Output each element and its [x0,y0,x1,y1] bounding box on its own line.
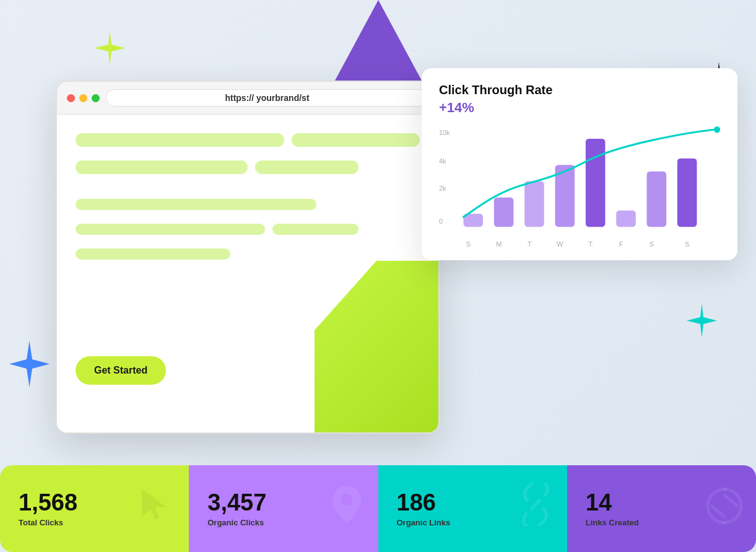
dot-green [92,94,100,102]
deco-star-blue [6,341,53,390]
chart-svg: 10k 4k 2k 0 [439,126,720,250]
loop-icon [703,483,746,535]
svg-text:T: T [588,240,593,247]
stat-number-organic: 3,457 [207,491,266,514]
content-line [292,133,420,147]
browser-dots [67,94,100,102]
content-line [76,224,265,235]
content-row-3 [76,199,420,216]
stat-number-links: 186 [397,491,436,514]
deco-star-teal [685,304,719,340]
svg-rect-8 [586,139,606,227]
content-row-5 [76,248,420,266]
stat-card-organic-links: 186 Organic Links [378,465,567,552]
content-line [76,199,316,210]
location-icon [325,483,368,535]
content-line [76,248,230,260]
url-prefix: https:// [225,93,256,103]
svg-text:2k: 2k [439,185,446,192]
content-line [76,160,248,174]
svg-text:S: S [466,240,471,247]
scene: https:// yourbrand/st [0,0,756,552]
content-line [272,224,358,235]
chart-area: 10k 4k 2k 0 [439,126,720,250]
stat-number-clicks: 1,568 [19,491,77,514]
content-row-2 [76,160,420,180]
content-row-1 [76,133,420,153]
svg-rect-11 [677,159,697,227]
dot-yellow [79,94,87,102]
browser-content: Get Started [57,115,438,434]
chart-rate: +14% [439,100,720,116]
svg-rect-9 [616,211,636,227]
svg-text:M: M [496,240,502,247]
svg-text:T: T [528,240,532,247]
svg-rect-10 [647,172,667,227]
stat-card-organic-clicks: 3,457 Organic Clicks [189,465,378,552]
stat-card-links-created: 14 Links Created [567,465,756,552]
stat-label-clicks: Total Clicks [19,518,63,527]
url-bold: yourbrand/st [256,93,310,103]
deco-arrow-up [335,0,422,81]
stat-card-total-clicks: 1,568 Total Clicks [0,465,189,552]
stats-row: 1,568 Total Clicks 3,457 Organic Clicks … [0,465,756,552]
svg-text:4k: 4k [439,157,446,165]
svg-rect-6 [524,181,544,227]
browser-url-bar: https:// yourbrand/st [106,89,428,107]
svg-point-12 [714,126,720,133]
svg-text:F: F [619,240,623,247]
browser-titlebar: https:// yourbrand/st [57,82,438,115]
content-line [255,160,358,174]
content-row-4 [76,224,420,241]
content-line [76,133,284,147]
chart-card: Click Through Rate +14% 10k 4k 2k 0 [422,68,737,260]
deco-star-green [93,31,127,68]
browser-green-block [315,261,438,434]
cursor-icon [136,483,179,535]
link-icon [514,483,557,535]
chart-title: Click Through Rate [439,83,720,97]
svg-text:S: S [685,240,689,247]
dot-red [67,94,75,102]
svg-text:S: S [650,240,654,247]
stat-number-created: 14 [586,491,612,514]
svg-text:10k: 10k [439,128,450,136]
get-started-button[interactable]: Get Started [76,356,166,385]
svg-text:0: 0 [439,217,443,225]
browser-window: https:// yourbrand/st [56,81,440,434]
svg-rect-5 [494,198,514,227]
stat-label-organic: Organic Clicks [207,518,264,527]
stat-label-created: Links Created [586,518,639,527]
svg-text:W: W [557,240,563,247]
stat-label-links: Organic Links [397,518,451,527]
